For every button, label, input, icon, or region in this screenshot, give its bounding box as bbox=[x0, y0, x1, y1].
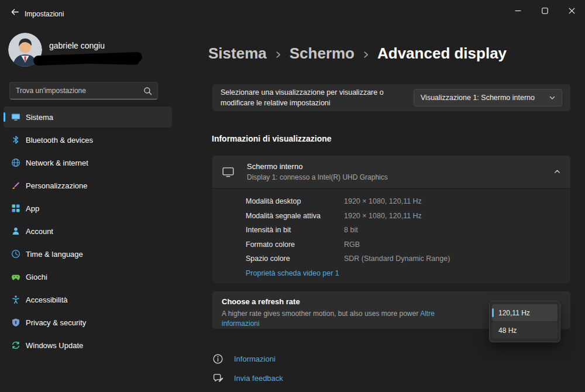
sidebar-item-label: Privacy & security bbox=[26, 318, 86, 327]
breadcrumb-separator-icon bbox=[274, 51, 282, 59]
info-row-bit-depth: Intensità in bit 8 bit bbox=[246, 223, 561, 238]
accessibility-icon bbox=[11, 295, 20, 305]
display-name: Schermo interno bbox=[247, 162, 388, 171]
display-selector-value: Visualizzazione 1: Schermo interno bbox=[421, 94, 535, 102]
sidebar-item-personalizzazione[interactable]: Personalizzazione bbox=[4, 175, 172, 196]
sidebar-item-label: Network & internet bbox=[26, 159, 88, 167]
sidebar-item-privacy-security[interactable]: Privacy & security bbox=[4, 312, 172, 333]
chevron-up-icon bbox=[553, 168, 561, 176]
personalization-icon bbox=[11, 181, 20, 191]
sidebar-item-bluetooth-devices[interactable]: Bluetooth & devices bbox=[4, 129, 172, 150]
display-connection: Display 1: connesso a Intel(R) UHD Graph… bbox=[247, 173, 388, 181]
sidebar-nav: Sistema Bluetooth & devices Network & in… bbox=[4, 106, 172, 357]
info-row-color-space: Spazio colore SDR (Standard Dynamic Rang… bbox=[246, 252, 561, 266]
network-icon bbox=[11, 158, 20, 168]
sidebar-item-windows-update[interactable]: Windows Update bbox=[4, 335, 172, 356]
sidebar-item-sistema[interactable]: Sistema bbox=[4, 106, 172, 128]
sidebar-item-network-internet[interactable]: Network & internet bbox=[4, 152, 172, 173]
section-title: Informazioni di visualizzazione bbox=[212, 134, 332, 143]
sidebar-item-label: Account bbox=[26, 227, 53, 236]
informazioni-link[interactable]: Informazioni bbox=[212, 353, 276, 365]
minimize-button[interactable] bbox=[504, 0, 531, 21]
refresh-rate-description-text: A higher rate gives smoother motion, but… bbox=[222, 310, 418, 318]
sidebar-item-label: Time & language bbox=[26, 250, 83, 259]
apps-icon bbox=[11, 204, 20, 214]
chevron-down-icon bbox=[549, 94, 556, 101]
info-value: 1920 × 1080, 120,11 Hz bbox=[344, 197, 422, 205]
display-adapter-properties-link[interactable]: Proprietà scheda video per 1 bbox=[246, 269, 339, 277]
sidebar-item-label: Windows Update bbox=[26, 341, 83, 350]
info-row-color-format: Formato colore RGB bbox=[246, 238, 561, 252]
rate-option-48hz[interactable]: 48 Hz bbox=[492, 322, 558, 339]
info-value: 8 bit bbox=[344, 226, 358, 234]
sidebar-item-time-language[interactable]: Time & language bbox=[4, 243, 172, 264]
info-label: Spazio colore bbox=[246, 255, 344, 263]
system-icon bbox=[11, 112, 20, 122]
search-box bbox=[9, 82, 158, 99]
info-label: Modalità desktop bbox=[246, 197, 344, 205]
breadcrumb-sistema[interactable]: Sistema bbox=[208, 44, 267, 63]
display-selector-label: Selezionare una visualizzazione per visu… bbox=[221, 87, 414, 108]
refresh-rate-dropdown-menu: 120,11 Hz 48 Hz bbox=[489, 301, 560, 342]
maximize-button[interactable] bbox=[531, 0, 558, 21]
close-button[interactable] bbox=[558, 0, 585, 21]
sidebar-item-giochi[interactable]: Giochi bbox=[4, 266, 172, 287]
expander-titles: Schermo interno Display 1: connesso a In… bbox=[247, 162, 388, 181]
display-selector-card: Selezionare una visualizzazione per visu… bbox=[212, 84, 571, 112]
info-value: SDR (Standard Dynamic Range) bbox=[344, 255, 450, 263]
rate-option-120hz[interactable]: 120,11 Hz bbox=[492, 304, 558, 321]
monitor-icon bbox=[222, 165, 236, 179]
search-input[interactable] bbox=[10, 82, 157, 99]
selected-indicator bbox=[4, 112, 5, 122]
rate-option-label: 120,11 Hz bbox=[498, 309, 530, 317]
info-value: 1920 × 1080, 120,11 Hz bbox=[344, 212, 422, 220]
close-icon bbox=[569, 8, 575, 14]
bluetooth-icon bbox=[11, 135, 20, 145]
refresh-rate-description: A higher rate gives smoother motion, but… bbox=[222, 309, 449, 329]
gaming-icon bbox=[11, 272, 20, 282]
display-info-expander-header[interactable]: Schermo interno Display 1: connesso a In… bbox=[212, 155, 571, 188]
windows-update-icon bbox=[11, 341, 20, 350]
invia-feedback-label: Invia feedback bbox=[234, 374, 283, 383]
sidebar-item-account[interactable]: Account bbox=[4, 221, 172, 242]
titlebar: Impostazioni bbox=[0, 0, 585, 23]
info-label: Formato colore bbox=[246, 240, 344, 249]
rate-option-label: 48 Hz bbox=[498, 326, 517, 335]
minimize-icon bbox=[515, 8, 521, 14]
info-row-desktop-mode: Modalità desktop 1920 × 1080, 120,11 Hz bbox=[246, 194, 561, 209]
window-title: Impostazioni bbox=[25, 10, 64, 18]
back-arrow-icon bbox=[11, 8, 19, 16]
page-title: Advanced display bbox=[377, 44, 507, 63]
invia-feedback-link[interactable]: Invia feedback bbox=[212, 372, 283, 384]
sidebar-item-label: Sistema bbox=[26, 113, 53, 122]
info-label: Modalità segnale attiva bbox=[246, 212, 344, 220]
sidebar-item-label: Personalizzazione bbox=[26, 181, 88, 190]
maximize-icon bbox=[542, 8, 548, 14]
informazioni-label: Informazioni bbox=[234, 355, 276, 363]
sidebar-item-label: Accessibilità bbox=[26, 295, 68, 304]
sidebar-item-app[interactable]: App bbox=[4, 198, 172, 219]
info-row-active-signal-mode: Modalità segnale attiva 1920 × 1080, 120… bbox=[246, 209, 561, 223]
account-icon bbox=[11, 226, 20, 236]
back-button[interactable] bbox=[5, 4, 25, 20]
breadcrumb-schermo[interactable]: Schermo bbox=[290, 44, 355, 63]
breadcrumb-separator-icon bbox=[362, 51, 370, 59]
sidebar-item-label: App bbox=[26, 204, 39, 213]
search-icon bbox=[143, 87, 152, 95]
breadcrumb: Sistema Schermo Advanced display bbox=[208, 44, 507, 63]
feedback-icon bbox=[212, 372, 223, 384]
display-info-expander-body: Modalità desktop 1920 × 1080, 120,11 Hz … bbox=[212, 188, 571, 284]
info-label: Intensità in bit bbox=[246, 226, 344, 234]
time-language-icon bbox=[11, 249, 20, 259]
window-controls bbox=[504, 0, 585, 21]
selected-option-indicator bbox=[492, 308, 494, 317]
sidebar-item-accessibilita[interactable]: Accessibilità bbox=[4, 289, 172, 310]
info-value: RGB bbox=[344, 240, 360, 249]
info-icon bbox=[212, 353, 223, 365]
sidebar-item-label: Giochi bbox=[26, 273, 47, 281]
privacy-icon bbox=[11, 318, 20, 328]
display-selector-dropdown[interactable]: Visualizzazione 1: Schermo interno bbox=[414, 89, 562, 106]
sidebar-item-label: Bluetooth & devices bbox=[26, 136, 93, 145]
